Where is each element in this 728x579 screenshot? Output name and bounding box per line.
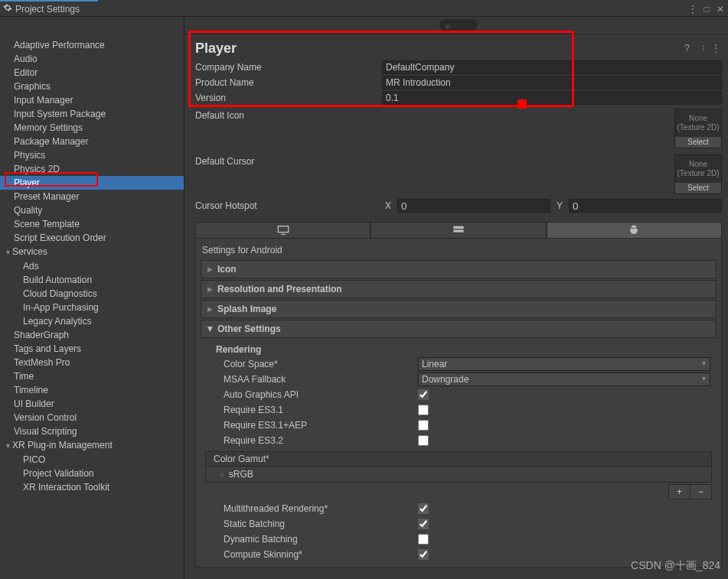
sidebar-item[interactable]: Player: [0, 176, 184, 190]
sidebar-item[interactable]: TextMesh Pro: [0, 356, 184, 369]
select-cursor-button[interactable]: Select: [675, 183, 721, 194]
rendering-heading: Rendering: [201, 341, 717, 356]
sidebar-item[interactable]: In-App Purchasing: [0, 301, 184, 314]
cursor-hotspot-label: Cursor Hotspot: [195, 200, 382, 211]
color-space-label: Color Space*: [224, 359, 418, 369]
select-icon-button[interactable]: Select: [675, 137, 721, 148]
compute-skin-label: Compute Skinning*: [224, 549, 418, 560]
sidebar-item[interactable]: PICO: [0, 453, 184, 467]
sidebar-item[interactable]: Scene Template: [0, 217, 184, 231]
sidebar-item[interactable]: Package Manager: [0, 135, 184, 148]
version-label: Version: [195, 93, 382, 103]
sidebar-item[interactable]: ▼Services: [0, 245, 184, 259]
foldout-splash[interactable]: ▶ Splash Image: [201, 300, 717, 318]
chevron-right-icon: ▶: [207, 285, 213, 293]
product-name-input[interactable]: [382, 76, 722, 89]
es31-label: Require ES3.1: [224, 405, 418, 415]
sidebar-item[interactable]: Version Control: [0, 411, 184, 424]
add-gamut-button[interactable]: +: [669, 485, 690, 499]
auto-gapi-checkbox[interactable]: [418, 389, 429, 400]
version-input[interactable]: [382, 91, 722, 105]
es31-checkbox[interactable]: [418, 405, 429, 415]
sidebar-item[interactable]: Input System Package: [0, 107, 184, 121]
sidebar-item[interactable]: XR Interaction Toolkit: [0, 480, 184, 494]
hotspot-y-input[interactable]: [569, 199, 722, 213]
tab-server[interactable]: [371, 222, 546, 239]
color-space-select[interactable]: Linear: [418, 357, 710, 371]
grip-icon: ≡: [220, 470, 224, 479]
sidebar-item[interactable]: Legacy Analytics: [0, 314, 184, 328]
default-icon-field[interactable]: None(Texture 2D) Select: [674, 109, 722, 148]
sidebar-item[interactable]: Visual Scripting: [0, 424, 184, 438]
chevron-right-icon: ▶: [207, 265, 213, 273]
menu-icon[interactable]: ⋮: [711, 43, 720, 54]
tab-standalone[interactable]: [195, 222, 371, 239]
dyn-batch-label: Dynamic Batching: [224, 534, 418, 545]
static-batch-label: Static Batching: [224, 519, 418, 529]
sidebar-item[interactable]: Cloud Diagnostics: [0, 287, 184, 301]
foldout-icon[interactable]: ▶ Icon: [201, 260, 717, 278]
compute-skin-checkbox[interactable]: [418, 549, 429, 560]
dyn-batch-checkbox[interactable]: [418, 534, 429, 545]
sidebar-item[interactable]: Tags and Layers: [0, 342, 184, 356]
window-title: Project Settings: [15, 4, 688, 15]
company-name-input[interactable]: [382, 60, 722, 74]
sidebar-item[interactable]: Adaptive Performance: [0, 38, 184, 52]
platform-tabs: [195, 222, 722, 239]
sidebar-item[interactable]: Physics: [0, 148, 184, 162]
sidebar-item[interactable]: Graphics: [0, 80, 184, 93]
sidebar-item[interactable]: Memory Settings: [0, 121, 184, 135]
sidebar-item[interactable]: Quality: [0, 203, 184, 217]
settings-for-label: Settings for Android: [196, 242, 721, 259]
content: ⌕ Player ? ⋮ Company Name Product N: [184, 17, 728, 579]
es32-label: Require ES3.2: [224, 435, 418, 446]
sidebar-item[interactable]: Project Validation: [0, 467, 184, 480]
hotspot-x-input[interactable]: [397, 199, 550, 213]
default-cursor-field[interactable]: None(Texture 2D) Select: [674, 155, 722, 194]
default-cursor-label: Default Cursor: [195, 155, 382, 194]
help-icon[interactable]: ?: [684, 43, 690, 54]
es32-checkbox[interactable]: [418, 435, 429, 446]
remove-gamut-button[interactable]: −: [690, 485, 711, 499]
sidebar-item[interactable]: Script Execution Order: [0, 231, 184, 245]
more-icon[interactable]: ⋮: [688, 4, 697, 15]
auto-gapi-label: Auto Graphics API: [224, 389, 418, 400]
chevron-right-icon: ▶: [207, 305, 213, 313]
search-bar: ⌕: [184, 17, 728, 34]
msaa-label: MSAA Fallback: [224, 374, 418, 385]
annotation-handle: [517, 99, 527, 109]
sidebar-item[interactable]: ▼XR Plug-in Management: [0, 438, 184, 453]
sidebar-item[interactable]: Input Manager: [0, 93, 184, 107]
sidebar-item[interactable]: UI Builder: [0, 397, 184, 411]
sidebar: Adaptive PerformanceAudioEditorGraphicsI…: [0, 17, 184, 579]
tab-android[interactable]: [547, 222, 722, 239]
sidebar-item[interactable]: Build Automation: [0, 273, 184, 287]
msaa-select[interactable]: Downgrade: [418, 372, 710, 386]
window-controls: ⋮ □ ✕: [688, 4, 725, 15]
svg-rect-3: [453, 229, 463, 232]
sidebar-item[interactable]: ShaderGraph: [0, 328, 184, 342]
sidebar-item[interactable]: Ads: [0, 259, 184, 273]
svg-rect-0: [278, 226, 288, 233]
foldout-other[interactable]: ▶ Other Settings: [201, 320, 717, 338]
settings-icon[interactable]: [696, 43, 705, 54]
product-name-label: Product Name: [195, 77, 382, 88]
close-icon[interactable]: ✕: [716, 4, 725, 15]
default-icon-label: Default Icon: [195, 109, 382, 148]
mt-render-checkbox[interactable]: [418, 503, 429, 514]
sidebar-item[interactable]: Preset Manager: [0, 190, 184, 203]
sidebar-item[interactable]: Timeline: [0, 383, 184, 397]
sidebar-item[interactable]: Audio: [0, 52, 184, 66]
color-gamut-item[interactable]: ≡ sRGB: [205, 467, 712, 483]
maximize-icon[interactable]: □: [702, 4, 711, 15]
sidebar-item[interactable]: Editor: [0, 66, 184, 80]
sidebar-item[interactable]: Physics 2D: [0, 162, 184, 176]
search-icon: ⌕: [446, 21, 450, 30]
foldout-resolution[interactable]: ▶ Resolution and Presentation: [201, 280, 717, 298]
titlebar: Project Settings ⋮ □ ✕: [0, 2, 728, 17]
sidebar-item[interactable]: Time: [0, 369, 184, 383]
color-gamut-label: Color Gamut*: [205, 451, 712, 467]
static-batch-checkbox[interactable]: [418, 519, 429, 529]
mt-render-label: Multithreaded Rendering*: [224, 503, 418, 514]
es31aep-checkbox[interactable]: [418, 420, 429, 431]
